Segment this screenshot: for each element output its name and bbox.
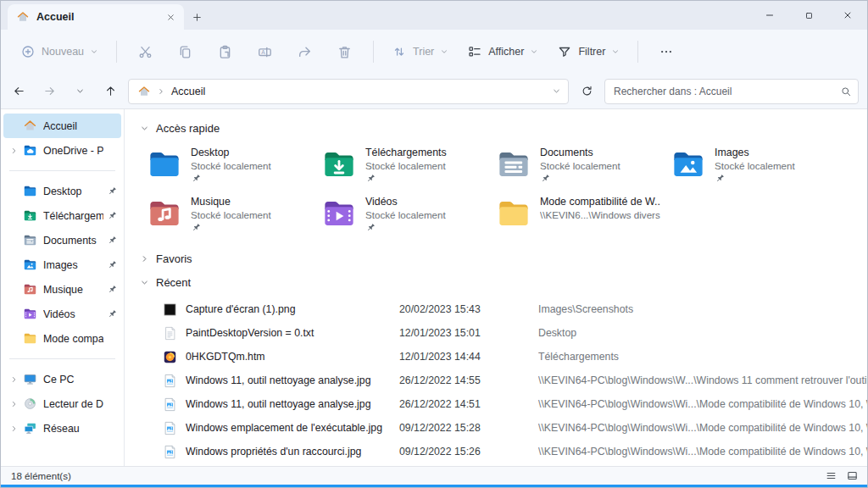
sidebar-item[interactable]: Lecteur de DVD (D:) — [3, 391, 121, 416]
delete-button[interactable] — [326, 38, 363, 66]
recent-locations-button[interactable] — [67, 79, 92, 104]
sidebar-item[interactable]: Documents — [3, 228, 121, 252]
tab-accueil[interactable]: Accueil — [8, 4, 184, 30]
expander-icon[interactable] — [8, 375, 19, 384]
file-name: Windows 11, outil nettoyage analyse.jpg — [186, 374, 399, 386]
file-row[interactable]: Windows 11, outil nettoyage analyse.jpg … — [136, 392, 867, 416]
arrow-up-icon — [104, 85, 117, 97]
share-button[interactable] — [287, 38, 323, 66]
chevron-down-icon[interactable] — [552, 86, 561, 96]
search-input[interactable] — [604, 79, 859, 104]
filter-button[interactable]: Filtrer — [549, 38, 627, 65]
back-button[interactable] — [6, 79, 31, 104]
tile-name: Desktop — [191, 147, 271, 158]
view-button-label: Afficher — [488, 46, 524, 58]
file-row[interactable]: Windows emplacement de l'exécutable.jpg … — [136, 416, 867, 440]
quick-access-tile[interactable]: Téléchargements Stocké localement — [316, 143, 491, 192]
chevron-down-icon[interactable] — [140, 124, 149, 133]
section-quick-access[interactable]: Accès rapide — [136, 116, 867, 140]
file-path: Images\Screenshots — [538, 303, 867, 315]
file-row[interactable]: Capture d'écran (1).png 20/02/2023 15:43… — [136, 297, 867, 321]
sidebar-item[interactable]: OneDrive - Persona — [3, 138, 121, 163]
file-path: \\KEVIN64-PC\blog\Windows\Wi...\Mode com… — [538, 422, 867, 434]
new-tab-button[interactable] — [184, 4, 209, 30]
pin-icon — [107, 308, 118, 319]
quick-access-tile[interactable]: Musique Stocké localement — [142, 192, 316, 241]
expander-icon[interactable] — [8, 424, 19, 433]
file-row[interactable]: Windows 11, outil nettoyage analyse.jpg … — [136, 369, 867, 392]
view-button[interactable]: Afficher — [459, 38, 546, 65]
sidebar-item[interactable]: Musique — [3, 277, 121, 302]
section-recent[interactable]: Récent — [136, 270, 867, 294]
quick-access-tile[interactable]: Desktop Stocké localement — [142, 143, 316, 192]
tile-name: Documents — [540, 147, 620, 158]
sidebar-item[interactable]: Ce PC — [3, 367, 121, 391]
file-row[interactable]: PaintDesktopVersion = 0.txt 12/01/2023 1… — [136, 321, 867, 345]
copy-icon — [177, 44, 193, 60]
refresh-button[interactable] — [574, 79, 599, 104]
filter-icon — [557, 44, 572, 59]
sidebar-item[interactable]: Vidéos — [3, 302, 121, 326]
chevron-down-icon — [530, 47, 538, 56]
tile-text: Musique Stocké localement — [191, 196, 271, 236]
sidebar-item-icon — [23, 208, 37, 223]
file-row[interactable]: 0HKGDTQm.htm 12/01/2023 14:44 Télécharge… — [136, 345, 867, 369]
new-button[interactable]: Nouveau — [13, 38, 106, 65]
sidebar-item-icon — [23, 119, 37, 133]
section-label: Accès rapide — [156, 122, 220, 135]
arrow-left-icon — [13, 85, 25, 97]
tab-close-icon[interactable] — [166, 13, 175, 22]
sidebar-item[interactable]: Accueil — [3, 114, 121, 138]
maximize-button[interactable] — [789, 1, 828, 30]
rename-button[interactable]: A — [247, 38, 283, 66]
quick-access-tile[interactable]: Mode compatibilité de W... \\KEVIN6...\W… — [491, 192, 665, 241]
svg-text:A: A — [261, 48, 265, 54]
forward-button[interactable] — [36, 79, 62, 104]
file-name: Windows emplacement de l'exécutable.jpg — [186, 422, 399, 434]
view-icon — [467, 44, 482, 59]
more-options-button[interactable] — [648, 38, 684, 65]
new-button-label: Nouveau — [42, 46, 84, 58]
sidebar-item-icon — [23, 233, 37, 247]
section-favorites[interactable]: Favoris — [136, 247, 867, 270]
copy-button[interactable] — [167, 38, 203, 66]
folder-icon — [670, 147, 706, 182]
pin-icon — [540, 173, 551, 184]
sidebar-item[interactable]: Mode compatibilité — [3, 326, 121, 351]
folder-icon — [496, 147, 531, 182]
close-icon — [843, 10, 853, 20]
sort-button[interactable]: Trier — [384, 38, 456, 65]
close-button[interactable] — [828, 1, 867, 30]
item-count: 18 élément(s) — [11, 470, 825, 481]
up-button[interactable] — [97, 79, 123, 104]
tile-subtitle: Stocké localement — [191, 160, 271, 171]
minimize-button[interactable] — [750, 1, 789, 30]
list-view-button[interactable] — [825, 469, 837, 482]
address-row: Accueil — [1, 74, 867, 109]
titlebar-drag-area[interactable] — [209, 1, 750, 30]
sidebar-item[interactable]: Images — [3, 252, 121, 277]
tile-text: Desktop Stocké localement — [191, 147, 271, 187]
sidebar-item[interactable]: Téléchargements — [3, 203, 121, 228]
quick-access-tile[interactable]: Vidéos Stocké localement — [316, 192, 491, 241]
file-icon — [162, 325, 178, 341]
quick-access-tile[interactable]: Images Stocké localement — [665, 143, 840, 192]
file-icon — [162, 420, 178, 436]
expander-icon[interactable] — [8, 147, 19, 155]
quick-access-tile[interactable]: Documents Stocké localement — [491, 143, 665, 192]
view-toggles — [825, 469, 859, 482]
paste-button[interactable] — [207, 38, 243, 66]
cut-button[interactable] — [127, 38, 164, 66]
expander-icon[interactable] — [8, 400, 19, 408]
chevron-down-icon[interactable] — [140, 278, 149, 287]
address-bar[interactable]: Accueil — [128, 79, 569, 104]
file-row[interactable]: Windows propriétés d'un raccourci.jpg 09… — [136, 440, 867, 463]
breadcrumb[interactable]: Accueil — [171, 86, 205, 97]
chevron-right-icon[interactable] — [140, 254, 149, 263]
sidebar-item[interactable]: Desktop — [3, 179, 121, 203]
folder-icon — [147, 196, 182, 231]
file-date: 26/12/2022 14:55 — [399, 374, 538, 386]
details-view-button[interactable] — [846, 469, 859, 482]
sidebar-item-icon — [23, 421, 37, 435]
sidebar-item[interactable]: Réseau — [3, 416, 121, 441]
